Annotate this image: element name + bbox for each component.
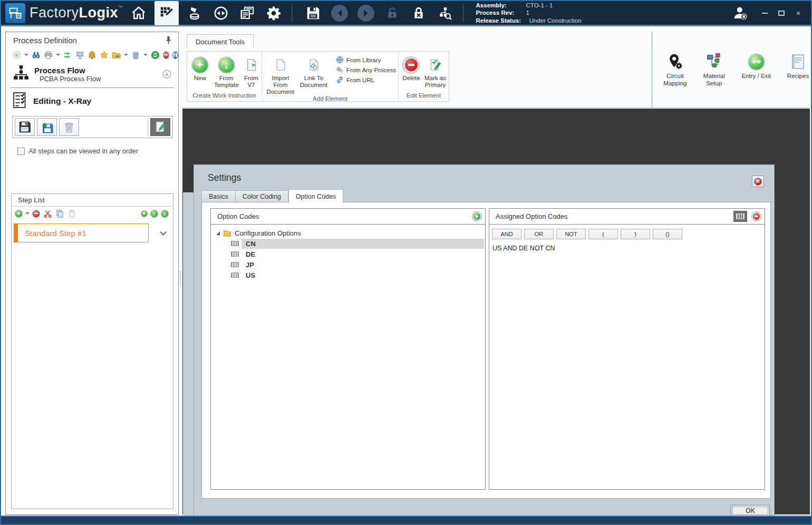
maximize-button[interactable] bbox=[777, 9, 786, 17]
assign-option-code-button[interactable] bbox=[472, 211, 482, 221]
group-label: Edit Element bbox=[399, 92, 449, 101]
move-up-icon[interactable]: ↑ bbox=[150, 210, 158, 218]
material-setup-button[interactable]: Material Setup bbox=[702, 51, 727, 104]
tree-expander-icon[interactable] bbox=[216, 231, 220, 235]
insert-step-icon[interactable]: + bbox=[141, 210, 148, 217]
find-icon[interactable] bbox=[32, 50, 41, 60]
pin-icon[interactable] bbox=[163, 35, 173, 45]
import-save-button[interactable] bbox=[37, 118, 57, 136]
signpost-icon[interactable] bbox=[75, 50, 84, 60]
tab-basics[interactable]: Basics bbox=[201, 190, 236, 203]
tab-color-coding[interactable]: Color Coding bbox=[236, 190, 288, 203]
unlock-icon[interactable] bbox=[382, 3, 403, 24]
any-order-checkbox[interactable] bbox=[17, 148, 25, 155]
import-from-document-label: Import From Document bbox=[266, 75, 295, 95]
edit-mode-button[interactable] bbox=[150, 118, 170, 136]
user-logout-icon[interactable] bbox=[730, 3, 751, 24]
pause-icon[interactable] bbox=[172, 51, 179, 59]
print-dropdown-icon[interactable] bbox=[56, 54, 60, 58]
keyboard-entry-button[interactable] bbox=[733, 211, 747, 222]
open-paren-button[interactable]: ( bbox=[588, 229, 618, 239]
mark-as-primary-button[interactable]: Mark as Primary bbox=[424, 55, 447, 89]
from-template-button[interactable]: ↓ From Template bbox=[214, 55, 239, 89]
from-url-button[interactable]: From URL bbox=[336, 76, 396, 84]
entry-exit-button[interactable]: Entry / Exit bbox=[740, 51, 772, 104]
step-expand-chevron-icon[interactable] bbox=[160, 229, 167, 236]
tree-item-cn[interactable]: CN bbox=[211, 238, 485, 249]
import-from-document-button[interactable]: Import From Document bbox=[266, 55, 295, 95]
tab-document-tools[interactable]: Document Tools bbox=[187, 34, 254, 48]
print-icon[interactable] bbox=[44, 50, 53, 60]
sync-nav-icon[interactable] bbox=[210, 3, 231, 24]
circuit-mapping-button[interactable]: Circuit Mapping bbox=[662, 51, 688, 104]
star-badge-icon[interactable] bbox=[100, 50, 109, 60]
tree-root-row[interactable]: Configuration Options bbox=[211, 228, 485, 238]
remove-icon[interactable] bbox=[163, 51, 169, 59]
save-step-button[interactable] bbox=[15, 118, 35, 136]
settings-gear-icon[interactable] bbox=[263, 3, 284, 24]
undo-back-icon[interactable] bbox=[329, 3, 350, 24]
and-button[interactable]: AND bbox=[492, 229, 521, 239]
tree-item-jp[interactable]: JP bbox=[211, 259, 485, 270]
close-paren-button[interactable]: ) bbox=[621, 229, 650, 239]
trash-step-button[interactable] bbox=[59, 118, 79, 136]
paren-pair-button[interactable]: () bbox=[653, 229, 682, 239]
folder-icon bbox=[223, 230, 231, 237]
group-label: Add Element bbox=[262, 95, 398, 102]
recipes-button[interactable]: Recipes bbox=[786, 51, 810, 104]
entry-exit-label: Entry / Exit bbox=[741, 72, 771, 80]
dialog-close-button[interactable]: ✕ bbox=[752, 176, 764, 187]
link-to-document-button[interactable]: Link To Document bbox=[300, 55, 327, 89]
tab-option-codes[interactable]: Option Codes bbox=[288, 189, 343, 203]
production-nav-icon[interactable] bbox=[184, 3, 205, 24]
shuffle-flow-icon[interactable] bbox=[63, 50, 72, 60]
process-search-icon[interactable] bbox=[434, 3, 456, 24]
step-row: Standard Step #1 bbox=[14, 223, 171, 242]
refresh-icon[interactable] bbox=[151, 50, 160, 60]
from-library-button[interactable]: From Library bbox=[336, 56, 396, 64]
from-any-process-button[interactable]: From Any Process bbox=[336, 66, 396, 74]
minimize-button[interactable] bbox=[760, 9, 769, 17]
lock-close-icon[interactable] bbox=[408, 3, 429, 24]
copy-icon[interactable] bbox=[55, 209, 64, 218]
or-button[interactable]: OR bbox=[524, 229, 554, 239]
app-window: FactoryLogix™ bbox=[0, 0, 812, 525]
close-x-icon: ✕ bbox=[754, 178, 762, 186]
close-button[interactable]: × bbox=[794, 9, 803, 17]
export-dropdown-icon[interactable] bbox=[124, 54, 128, 58]
not-button[interactable]: NOT bbox=[556, 229, 586, 239]
panel-toolbar bbox=[6, 48, 178, 62]
delete-dropdown-icon[interactable] bbox=[143, 54, 148, 58]
clear-expression-button[interactable] bbox=[751, 211, 761, 221]
save-icon[interactable] bbox=[303, 3, 324, 24]
process-definition-nav-icon[interactable] bbox=[154, 1, 179, 25]
export-folder-icon[interactable] bbox=[112, 50, 121, 60]
redo-forward-icon[interactable] bbox=[355, 3, 376, 24]
add-step-icon[interactable]: + bbox=[15, 210, 23, 218]
paste-icon[interactable] bbox=[67, 209, 76, 218]
cut-icon[interactable] bbox=[43, 209, 52, 218]
remove-step-icon[interactable] bbox=[32, 210, 40, 218]
delete-trash-icon[interactable] bbox=[131, 50, 140, 60]
ok-button[interactable]: OK bbox=[731, 505, 770, 517]
home-icon[interactable] bbox=[128, 3, 149, 24]
windows-nav-icon[interactable] bbox=[237, 3, 258, 24]
process-flow-row[interactable]: Process Flow PCBA Process Flow bbox=[6, 62, 178, 88]
main-area: Document Tools + New ↓ From Template bbox=[182, 32, 810, 523]
check-pencil-icon bbox=[428, 55, 442, 75]
add-icon[interactable] bbox=[12, 50, 21, 60]
bell-icon[interactable] bbox=[88, 50, 96, 60]
move-down-icon[interactable]: ↓ bbox=[161, 210, 169, 218]
step-item-standard-step-1[interactable]: Standard Step #1 bbox=[14, 223, 149, 242]
add-step-dropdown-icon[interactable] bbox=[25, 212, 30, 217]
delete-element-button[interactable]: Delete bbox=[402, 55, 421, 82]
status-row: Process Rev:1 bbox=[476, 9, 582, 17]
panel-splitter[interactable] bbox=[179, 32, 182, 515]
collapse-down-icon[interactable] bbox=[160, 68, 173, 81]
group-edit-element: Delete Mark as Primary Edit Element bbox=[399, 52, 449, 101]
tree-item-de[interactable]: DE bbox=[211, 249, 485, 259]
add-dropdown-icon[interactable] bbox=[24, 54, 28, 58]
new-button[interactable]: + New bbox=[190, 55, 210, 82]
from-v7-button[interactable]: From V7 bbox=[243, 55, 259, 89]
tree-item-us[interactable]: US bbox=[211, 270, 485, 280]
